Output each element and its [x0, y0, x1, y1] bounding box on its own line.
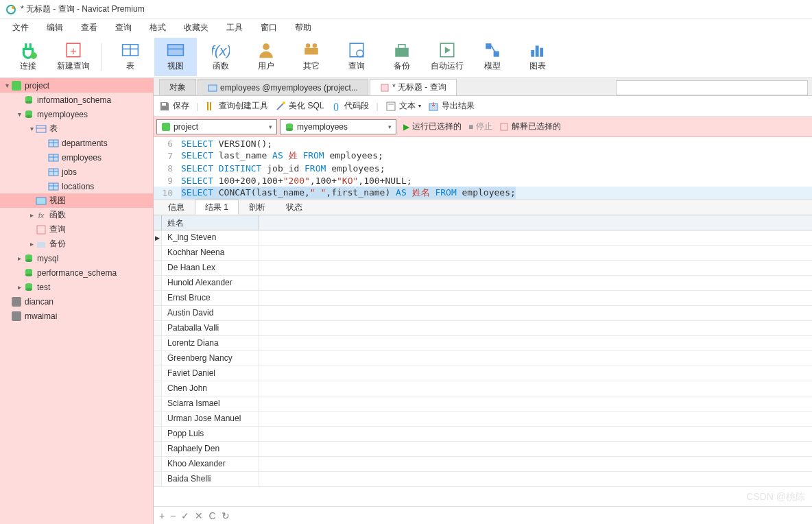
tree-item-视图[interactable]: 视图 [0, 193, 153, 208]
grid-row[interactable]: Pataballa Valli [154, 321, 812, 336]
qry-icon [380, 83, 390, 93]
status-action[interactable]: + [159, 510, 165, 521]
grid-row[interactable]: Popp Luis [154, 427, 812, 442]
doc-tab[interactable]: employees @myemployees (project... [198, 79, 368, 95]
grid-row[interactable]: Hunold Alexander [154, 276, 812, 291]
tree-item-mysql[interactable]: ▸mysql [0, 251, 153, 265]
qtool-export[interactable]: 导出结果 [428, 100, 475, 112]
qtool-wand[interactable]: 美化 SQL [275, 100, 324, 112]
menu-帮助[interactable]: 帮助 [287, 20, 320, 36]
menu-收藏夹[interactable]: 收藏夹 [176, 20, 217, 36]
tree-item-project[interactable]: ▾project [0, 78, 153, 93]
tree-item-表[interactable]: ▾表 [0, 121, 153, 136]
toolbar-chart[interactable]: 图表 [516, 38, 559, 76]
status-action[interactable]: C [208, 510, 215, 521]
tree-item-jobs[interactable]: jobs [0, 165, 153, 179]
tree-item-test[interactable]: ▸test [0, 280, 153, 294]
tree-arrow[interactable]: ▸ [27, 211, 36, 219]
toolbar-auto[interactable]: 自动运行 [426, 38, 468, 76]
explain-selected-button[interactable]: 解释已选择的 [499, 121, 561, 132]
result-tab-状态[interactable]: 状态 [276, 200, 313, 215]
tree-arrow[interactable]: ▾ [27, 125, 36, 132]
tree-item-函数[interactable]: ▸fx函数 [0, 208, 153, 222]
qtool-snip[interactable]: ()代码段 [331, 100, 369, 112]
grid-row[interactable]: Khoo Alexander [154, 457, 812, 472]
tree-item-locations[interactable]: locations [0, 179, 153, 193]
tree-arrow[interactable]: ▸ [15, 254, 23, 262]
tree-item-备份[interactable]: ▸备份 [0, 237, 153, 251]
menu-编辑[interactable]: 编辑 [38, 20, 71, 36]
menu-查询[interactable]: 查询 [107, 20, 140, 36]
result-tab-结果 1[interactable]: 结果 1 [195, 200, 239, 215]
grid-row[interactable]: Kochhar Neena [154, 246, 812, 261]
tree-item-myemployees[interactable]: ▾myemployees [0, 107, 153, 121]
toolbar-newq[interactable]: +新建查询 [52, 38, 95, 76]
tree-item-departments[interactable]: departments [0, 136, 153, 150]
tree-item-performance_schema[interactable]: performance_schema [0, 265, 153, 280]
grid-row[interactable]: Chen John [154, 381, 812, 396]
column-header[interactable]: 姓名 [162, 215, 259, 230]
result-tab-剖析[interactable]: 剖析 [239, 200, 276, 215]
grid-row[interactable]: Baida Shelli [154, 472, 812, 487]
tab-search-input[interactable] [616, 80, 808, 95]
grid-row[interactable]: De Haan Lex [154, 261, 812, 276]
toolbar-user[interactable]: 用户 [245, 38, 287, 76]
status-action[interactable]: − [170, 510, 176, 521]
stop-button[interactable]: ■ 停止 [468, 121, 492, 132]
tbl-icon [48, 152, 59, 163]
menu-窗口[interactable]: 窗口 [252, 20, 285, 36]
toolbar-backup[interactable]: 备份 [381, 38, 423, 76]
grid-row[interactable]: Austin David [154, 306, 812, 321]
doc-tab[interactable]: * 无标题 - 查询 [370, 79, 457, 95]
result-grid[interactable]: 姓名▶K_ing StevenKochhar NeenaDe Haan LexH… [154, 215, 812, 506]
toolbar-query[interactable]: 查询 [335, 38, 378, 76]
toolbar-table[interactable]: 表 [109, 38, 152, 76]
qtool-text[interactable]: 文本 ▾ [385, 100, 421, 112]
tree-item-diancan[interactable]: diancan [0, 294, 153, 309]
menu-文件[interactable]: 文件 [4, 20, 37, 36]
tree-arrow[interactable]: ▾ [15, 110, 23, 118]
grid-row[interactable]: ▶K_ing Steven [154, 230, 812, 246]
tree-item-mwaimai[interactable]: mwaimai [0, 309, 153, 323]
tree-arrow[interactable]: ▸ [27, 240, 36, 248]
menu-工具[interactable]: 工具 [218, 20, 251, 36]
menu-格式[interactable]: 格式 [141, 20, 174, 36]
editor-line[interactable]: 6SELECT VERSION(); [154, 137, 812, 150]
qtool-tool[interactable]: 查询创建工具 [205, 100, 268, 112]
grid-row[interactable]: Raphaely Den [154, 442, 812, 457]
grid-row[interactable]: Urman Jose Manuel [154, 412, 812, 427]
tree-arrow[interactable]: ▾ [3, 82, 11, 89]
toolbar-other[interactable]: 其它 [290, 38, 333, 76]
toolbar-plug[interactable]: 连接 [7, 38, 49, 76]
grid-row[interactable]: Sciarra Ismael [154, 396, 812, 412]
connection-tree[interactable]: ▾projectinformation_schema▾myemployees▾表… [0, 78, 154, 524]
toolbar-fx[interactable]: f(x)函数 [200, 38, 242, 76]
grid-row[interactable]: Greenberg Nancy [154, 351, 812, 366]
grid-row[interactable]: Ernst Bruce [154, 291, 812, 306]
editor-line[interactable]: 9SELECT 100+200,100+"200",100+"KO",100+N… [154, 174, 812, 187]
toolbar-view[interactable]: 视图 [154, 38, 197, 76]
menu-查看[interactable]: 查看 [73, 20, 106, 36]
doc-tab[interactable]: 对象 [159, 79, 196, 95]
sql-editor[interactable]: 6SELECT VERSION();7SELECT last_name AS 姓… [154, 137, 812, 199]
database-select[interactable]: myemployees ▾ [280, 119, 396, 134]
status-action[interactable]: ↻ [222, 510, 230, 521]
tree-item-information_schema[interactable]: information_schema [0, 93, 153, 107]
tree-item-employees[interactable]: employees [0, 150, 153, 165]
qtool-save[interactable]: 保存 [159, 100, 189, 112]
result-tab-信息[interactable]: 信息 [158, 200, 195, 215]
editor-line[interactable]: 8SELECT DISTINCT job_id FROM employees; [154, 162, 812, 174]
status-action[interactable]: ✕ [195, 510, 203, 521]
connection-select[interactable]: project ▾ [156, 119, 277, 134]
svg-rect-49 [37, 226, 45, 234]
editor-line[interactable]: 10SELECT CONCAT(last_name," ",first_name… [154, 187, 812, 199]
editor-line[interactable]: 7SELECT last_name AS 姓 FROM employees; [154, 150, 812, 162]
grid-row[interactable]: Faviet Daniel [154, 366, 812, 381]
status-action[interactable]: ✓ [181, 510, 189, 521]
tree-item-查询[interactable]: 查询 [0, 222, 153, 237]
toolbar-model[interactable]: 模型 [471, 38, 514, 76]
grid-row[interactable]: Lorentz Diana [154, 336, 812, 351]
run-selected-button[interactable]: ▶ 运行已选择的 [403, 121, 462, 132]
explain-icon [499, 122, 509, 132]
tree-arrow[interactable]: ▸ [15, 283, 23, 291]
